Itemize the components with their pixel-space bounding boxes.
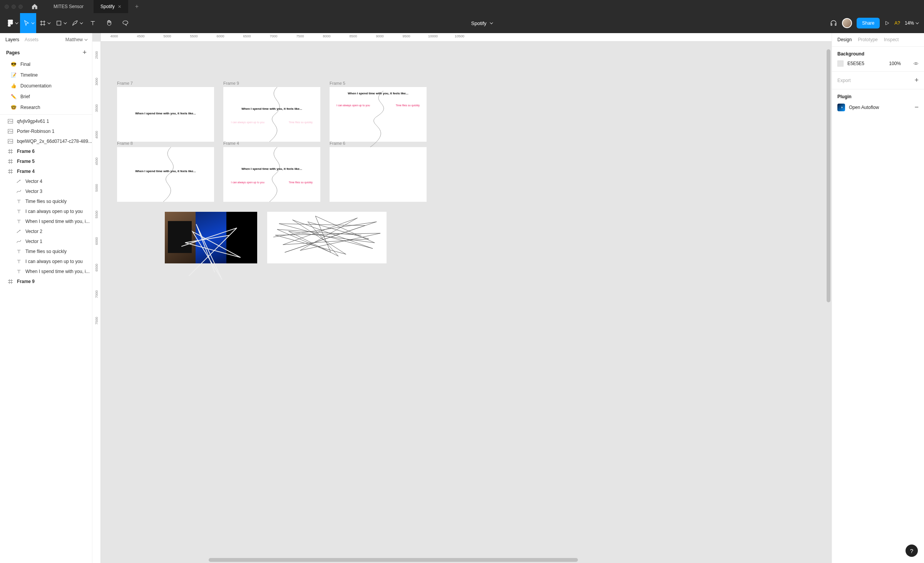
image-strip[interactable] xyxy=(165,212,257,263)
page-item-final[interactable]: 😎Final xyxy=(0,59,92,70)
tab-spotify[interactable]: Spotify ✕ xyxy=(94,0,128,13)
layer-frame-5[interactable]: Frame 5 xyxy=(0,156,92,166)
layer-text[interactable]: When I spend time with you, i... xyxy=(0,266,92,276)
layer-frame-6[interactable]: Frame 6 xyxy=(0,146,92,156)
audio-icon[interactable] xyxy=(830,19,837,27)
canvas-viewport[interactable]: Frame 7 When I spend time with you, it f… xyxy=(101,42,832,563)
layer-vector[interactable]: Vector 1 xyxy=(0,236,92,246)
layer-text[interactable]: Time flies so quickly xyxy=(0,246,92,256)
design-tab[interactable]: Design xyxy=(837,37,852,42)
frame-icon xyxy=(8,169,13,174)
visibility-icon[interactable] xyxy=(913,61,919,66)
layer-frame-9[interactable]: Frame 9 xyxy=(0,276,92,287)
frame-5[interactable]: When I spend time with you, it feels lik… xyxy=(330,87,427,142)
layer-vector[interactable]: Vector 2 xyxy=(0,226,92,236)
scribble xyxy=(270,214,384,260)
page-item-research[interactable]: 🤓Research xyxy=(0,102,92,113)
frame-7[interactable]: When I spend time with you, it feels lik… xyxy=(117,87,214,142)
minimize-window[interactable] xyxy=(12,5,16,9)
comment-tool-button[interactable] xyxy=(117,13,133,33)
vertical-ruler: 2500 3000 3500 4000 4500 5000 5500 6000 … xyxy=(92,42,101,563)
close-tab-icon[interactable]: ✕ xyxy=(118,4,121,9)
text-tool-button[interactable] xyxy=(85,13,101,33)
svg-point-1 xyxy=(10,20,13,22)
add-export-button[interactable]: + xyxy=(914,76,919,84)
assets-tab[interactable]: Assets xyxy=(25,37,38,42)
vector-path xyxy=(254,147,304,202)
ruler-tick: 3500 xyxy=(92,95,100,121)
chevron-down-icon xyxy=(15,21,18,24)
frame-tool-button[interactable] xyxy=(36,13,52,33)
close-window[interactable] xyxy=(5,5,9,9)
help-button[interactable]: ? xyxy=(906,545,918,557)
scrollbar-thumb[interactable] xyxy=(209,558,578,562)
horizontal-scrollbar[interactable] xyxy=(209,558,824,562)
inspect-tab[interactable]: Inspect xyxy=(884,37,899,42)
share-button[interactable]: Share xyxy=(857,18,880,28)
remove-plugin-button[interactable]: − xyxy=(914,103,919,111)
layer-text[interactable]: I can always open up to you xyxy=(0,206,92,216)
layer-text[interactable]: Time flies so quickly xyxy=(0,196,92,206)
layer-image[interactable]: bqelWQP_2x_66d07147-c278-489... xyxy=(0,136,92,146)
canvas[interactable]: 4000 4500 5000 5500 6000 6500 7000 7500 … xyxy=(92,33,832,563)
layers-tab[interactable]: Layers xyxy=(5,37,19,42)
window-controls[interactable] xyxy=(5,5,23,9)
color-swatch[interactable] xyxy=(837,60,844,67)
main-menu-button[interactable] xyxy=(4,13,20,33)
page-item-timeline[interactable]: 📝Timeline xyxy=(0,70,92,80)
frame-label[interactable]: Frame 5 xyxy=(330,81,345,85)
file-title[interactable]: Spotify xyxy=(133,20,830,26)
plugin-row[interactable]: Open Autoflow − xyxy=(837,103,919,111)
frame-label[interactable]: Frame 8 xyxy=(117,141,133,146)
bg-hex[interactable]: E5E5E5 xyxy=(847,61,864,66)
layer-text[interactable]: When I spend time with you, i... xyxy=(0,216,92,226)
hand-tool-button[interactable] xyxy=(101,13,117,33)
add-page-button[interactable]: + xyxy=(82,49,87,57)
hand-icon xyxy=(105,20,112,27)
scribble-frame[interactable] xyxy=(267,212,387,263)
shape-tool-button[interactable] xyxy=(52,13,69,33)
frame-8[interactable]: When I spend time with you, it feels lik… xyxy=(117,147,214,202)
frame-label[interactable]: Frame 4 xyxy=(223,141,239,146)
maximize-window[interactable] xyxy=(18,5,23,9)
bg-opacity[interactable]: 100% xyxy=(889,61,901,66)
plugin-section: Plugin Open Autoflow − xyxy=(832,89,924,116)
page-item-documentation[interactable]: 👍Documentation xyxy=(0,80,92,91)
layer-image[interactable]: qfvjlv9gp4v61 1 xyxy=(0,116,92,126)
image-cell xyxy=(226,212,257,263)
frame-label[interactable]: Frame 7 xyxy=(117,81,133,85)
text-icon xyxy=(89,20,96,27)
prototype-tab[interactable]: Prototype xyxy=(858,37,877,42)
page-item-brief[interactable]: ✏️Brief xyxy=(0,91,92,102)
present-icon[interactable] xyxy=(884,20,890,26)
chevron-down-icon xyxy=(80,21,83,24)
missing-fonts-indicator[interactable]: A? xyxy=(894,20,900,26)
page-selector[interactable]: Matthew xyxy=(65,37,87,42)
scrollbar-thumb[interactable] xyxy=(827,49,830,302)
new-tab-button[interactable]: + xyxy=(131,3,142,10)
layer-vector[interactable]: Vector 3 xyxy=(0,186,92,196)
background-row[interactable]: E5E5E5 100% xyxy=(837,60,919,67)
titlebar: MITES Sensor Spotify ✕ + xyxy=(0,0,924,13)
frame-label[interactable]: Frame 6 xyxy=(330,141,345,146)
layer-label: I can always open up to you xyxy=(25,259,83,264)
layer-image[interactable]: Porter-Robinson 1 xyxy=(0,126,92,136)
user-avatar[interactable] xyxy=(842,18,852,28)
toolbar: Spotify Share A? 14% xyxy=(0,13,924,33)
page-emoji: 😎 xyxy=(11,62,17,67)
layer-vector[interactable]: Vector 4 xyxy=(0,176,92,186)
move-tool-button[interactable] xyxy=(20,13,36,33)
frame-9[interactable]: When I spend time with you, it feels lik… xyxy=(223,87,320,142)
frame-6[interactable] xyxy=(330,147,427,202)
vertical-scrollbar[interactable] xyxy=(827,49,830,555)
layer-frame-4[interactable]: Frame 4 xyxy=(0,166,92,176)
curve-icon xyxy=(16,189,22,194)
layer-text[interactable]: I can always open up to you xyxy=(0,256,92,266)
home-icon[interactable] xyxy=(31,3,38,10)
tab-mites-sensor[interactable]: MITES Sensor xyxy=(47,0,90,13)
frame-label[interactable]: Frame 9 xyxy=(223,81,239,85)
zoom-control[interactable]: 14% xyxy=(905,20,918,26)
text-icon xyxy=(16,249,22,254)
pen-tool-button[interactable] xyxy=(69,13,85,33)
frame-4[interactable]: When I spend time with you, it feels lik… xyxy=(223,147,320,202)
